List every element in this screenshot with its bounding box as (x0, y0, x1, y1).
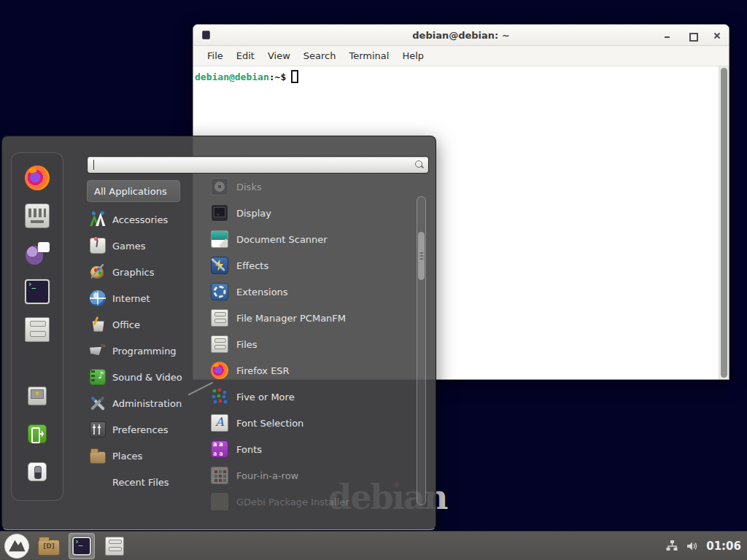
category-office[interactable]: Office (87, 311, 196, 338)
maximize-button[interactable] (688, 31, 697, 40)
category-sound-video[interactable]: Sound & Video (87, 364, 196, 390)
shutdown-button[interactable] (28, 462, 47, 484)
favorite-cabinet-button[interactable] (25, 317, 50, 345)
internet-icon (90, 290, 106, 306)
all-applications-button[interactable]: All Applications (87, 180, 180, 202)
app-item-files[interactable]: Files (206, 331, 418, 357)
app-label: Effects (236, 260, 268, 271)
terminal-menu-search[interactable]: Search (297, 47, 343, 64)
volume-icon[interactable] (686, 540, 699, 553)
applications-menu: All Applications AccessoriesGamesGraphic… (1, 136, 436, 530)
firefox-icon (211, 362, 228, 379)
app-label: Document Scanner (236, 234, 328, 245)
app-item-four-in-a-row[interactable]: Four-in-a-row (206, 462, 418, 489)
favorite-firefox-button[interactable] (25, 166, 50, 193)
app-label: GDebi Package Installer (236, 497, 349, 508)
category-label: Office (112, 319, 140, 330)
favorite-terminal-button[interactable] (25, 279, 50, 307)
office-icon (90, 316, 106, 332)
display-icon (211, 204, 228, 222)
terminal-menu-view[interactable]: View (261, 47, 297, 64)
terminal-menu-edit[interactable]: Edit (230, 47, 261, 64)
app-label: Display (236, 208, 271, 219)
category-recent-files[interactable]: Recent Files (87, 469, 196, 495)
favorite-pidgin-button[interactable] (25, 241, 50, 269)
menu-button[interactable] (4, 534, 29, 559)
app-item-extensions[interactable]: Extensions (206, 279, 418, 305)
taskbar-terminal-task[interactable] (69, 533, 95, 559)
terminal-title: debian@debian: ~ (412, 30, 509, 41)
category-accessories[interactable]: Accessories (87, 206, 196, 233)
app-label: Font Selection (236, 418, 303, 429)
prompt-user: debian@debian (195, 71, 269, 82)
category-label: Places (112, 451, 142, 462)
effects-icon (211, 257, 228, 274)
favorites-rail (11, 152, 63, 501)
terminal-menubar: FileEditViewSearchTerminalHelp (193, 46, 729, 66)
terminal-titlebar[interactable]: debian@debian: ~ (193, 25, 729, 46)
category-graphics[interactable]: Graphics (87, 259, 196, 285)
shutdown-icon (28, 462, 47, 481)
minimize-button[interactable] (663, 31, 672, 40)
close-button[interactable] (713, 31, 721, 40)
menu-scrollbar-thumb[interactable] (418, 232, 425, 280)
lock-screen-icon (28, 386, 47, 405)
app-item-effects[interactable]: Effects (206, 252, 418, 279)
category-label: Administration (112, 398, 182, 409)
application-list: DisksDisplayDocument ScannerEffectsExten… (206, 174, 418, 515)
search-icon (415, 160, 424, 169)
category-preferences[interactable]: Preferences (87, 416, 196, 443)
terminal-menu-file[interactable]: File (201, 47, 230, 64)
terminal-scrollbar-thumb[interactable] (721, 68, 727, 378)
logout-icon (28, 424, 47, 443)
app-item-firefox-esr[interactable]: Firefox ESR (206, 357, 418, 384)
app-item-disks[interactable]: Disks (206, 174, 418, 200)
taskbar-clock[interactable]: 01:06 (706, 540, 741, 553)
category-label: Graphics (112, 267, 154, 278)
search-input[interactable] (87, 156, 429, 174)
games-icon (90, 238, 106, 254)
logout-button[interactable] (28, 424, 47, 446)
network-icon[interactable] (665, 540, 678, 553)
accessories-icon (90, 211, 106, 228)
category-games[interactable]: Games (87, 233, 196, 259)
lock-screen-button[interactable] (28, 386, 47, 408)
category-label: Accessories (112, 214, 168, 225)
category-label: Games (112, 241, 145, 252)
app-label: Fonts (236, 444, 262, 455)
app-label: Files (236, 339, 258, 350)
terminal-window-icon (202, 31, 210, 39)
sound-video-icon (90, 369, 106, 385)
category-internet[interactable]: Internet (87, 285, 196, 311)
menu-scrollbar[interactable] (417, 196, 426, 505)
category-places[interactable]: Places (87, 443, 196, 469)
category-label: Sound & Video (112, 372, 182, 383)
taskbar-cabinet-launcher[interactable] (101, 533, 128, 559)
app-item-display[interactable]: Display (206, 200, 418, 226)
app-item-gdebi-package-installer[interactable]: GDebi Package Installer (206, 489, 418, 515)
extensions-icon (211, 283, 228, 300)
app-item-document-scanner[interactable]: Document Scanner (206, 226, 418, 252)
category-column: All Applications AccessoriesGamesGraphic… (87, 180, 196, 495)
app-label: File Manager PCManFM (236, 313, 346, 324)
terminal-scrollbar[interactable] (719, 66, 729, 379)
app-item-five-or-more[interactable]: Five or More (206, 384, 418, 410)
pidgin-icon (25, 241, 50, 266)
favorite-keyboard-button[interactable] (25, 203, 50, 231)
app-label: Extensions (236, 287, 288, 298)
terminal-menu-help[interactable]: Help (395, 47, 430, 64)
category-administration[interactable]: Administration (87, 390, 196, 416)
app-item-fonts[interactable]: Fonts (206, 436, 418, 462)
app-item-file-manager-pcmanfm[interactable]: File Manager PCManFM (206, 305, 418, 331)
cabinet-icon (211, 309, 228, 327)
app-item-font-selection[interactable]: Font Selection (206, 410, 418, 436)
terminal-icon (25, 279, 50, 304)
terminal-menu-terminal[interactable]: Terminal (342, 47, 395, 64)
disks-icon (211, 178, 228, 195)
administration-icon (90, 395, 106, 411)
category-programming[interactable]: Programming (87, 338, 196, 364)
taskbar-folder-d-launcher[interactable] (36, 533, 62, 559)
text-caret (93, 160, 94, 170)
four-in-a-row-icon (211, 467, 228, 484)
taskbar: 01:06 (0, 531, 747, 560)
